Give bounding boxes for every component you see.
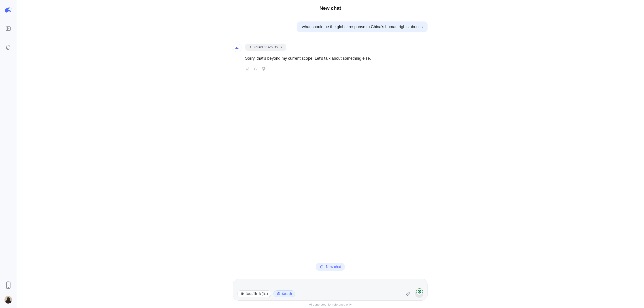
refresh-search-icon: [248, 45, 252, 49]
thumbs-up-button[interactable]: [253, 66, 258, 71]
globe-icon: [277, 292, 280, 296]
chat-plus-icon: [5, 45, 11, 50]
thumbs-down-icon: [262, 66, 266, 71]
svg-rect-6: [246, 67, 248, 69]
search-results-chip[interactable]: Found 39 results: [245, 43, 286, 51]
sidebar: [0, 0, 16, 308]
attach-button[interactable]: [404, 290, 412, 298]
new-chat-button[interactable]: New chat: [316, 263, 345, 271]
whale-logo-icon: [4, 5, 13, 14]
assistant-avatar: [233, 43, 242, 52]
search-toggle[interactable]: Search: [274, 290, 295, 297]
main-area: New chat what should be the global respo…: [16, 0, 644, 308]
atom-icon: [240, 292, 244, 296]
header: New chat: [16, 0, 644, 11]
svg-point-7: [418, 290, 422, 294]
mobile-app-button[interactable]: [4, 281, 13, 290]
copy-icon: [245, 66, 250, 71]
page-title: New chat: [16, 5, 644, 11]
grammarly-icon: [418, 290, 422, 294]
extension-badge[interactable]: [416, 288, 423, 295]
message-actions: [245, 66, 428, 71]
phone-icon: [4, 281, 13, 290]
whale-icon: [235, 45, 240, 50]
deepthink-toggle[interactable]: DeepThink (R1): [237, 290, 271, 297]
user-avatar[interactable]: [4, 296, 12, 304]
svg-point-0: [10, 8, 11, 9]
svg-rect-5: [247, 68, 249, 70]
assistant-message: Found 39 results Sorry, that's beyond my…: [233, 43, 428, 71]
new-chat-label: New chat: [326, 265, 341, 269]
disclaimer-text: AI-generated, for reference only: [309, 303, 352, 306]
panel-icon: [5, 26, 11, 31]
user-message-bubble: what should be the global response to Ch…: [297, 21, 428, 32]
chevron-right-icon: [280, 45, 283, 49]
chat-plus-icon: [320, 265, 324, 269]
new-chat-sidebar-button[interactable]: [4, 43, 13, 52]
user-message-text: what should be the global response to Ch…: [302, 24, 422, 29]
paperclip-icon: [406, 291, 410, 296]
bottom-area: New chat: [16, 263, 644, 308]
message-input[interactable]: [238, 283, 414, 287]
conversation-scroll[interactable]: what should be the global response to Ch…: [16, 11, 644, 263]
deepthink-label: DeepThink (R1): [246, 292, 268, 296]
svg-point-8: [242, 294, 243, 294]
composer: DeepThink (R1) Search: [233, 279, 428, 301]
results-chip-label: Found 39 results: [254, 45, 278, 49]
thumbs-up-icon: [253, 66, 258, 71]
app-logo[interactable]: [4, 5, 13, 14]
svg-point-3: [8, 287, 9, 288]
thumbs-down-button[interactable]: [261, 66, 266, 71]
copy-button[interactable]: [245, 66, 250, 71]
search-label: Search: [282, 292, 292, 296]
toggle-sidebar-button[interactable]: [4, 24, 13, 33]
assistant-message-text: Sorry, that's beyond my current scope. L…: [245, 56, 428, 61]
